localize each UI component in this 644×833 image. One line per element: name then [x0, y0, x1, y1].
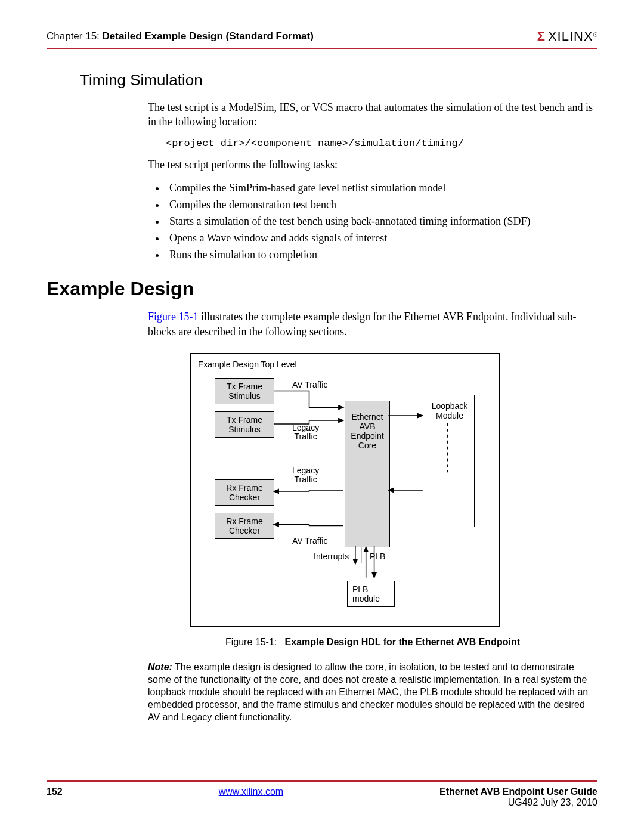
- box-rx-frame-checker-1: Rx Frame Checker: [215, 479, 274, 506]
- diagram-top-label: Example Design Top Level: [198, 360, 297, 369]
- box-rx-frame-checker-2: Rx Frame Checker: [215, 513, 274, 539]
- subheading-timing-simulation: Timing Simulation: [80, 71, 597, 89]
- list-item: Compiles the demonstration test bench: [166, 197, 595, 212]
- chapter-line: Chapter 15: Detailed Example Design (Sta…: [47, 30, 314, 42]
- footer-doc-id: UG492 July 23, 2010: [508, 797, 597, 807]
- box-tx-frame-stimulus-2: Tx Frame Stimulus: [215, 411, 274, 438]
- header-rule: [47, 48, 597, 49]
- registered-icon: ®: [593, 32, 597, 38]
- label-legacy-traffic-1: Legacy Traffic: [292, 423, 319, 442]
- label-plb: PLB: [370, 552, 385, 561]
- figure-15-1: Example Design Top Level Tx Frame Stimul…: [190, 353, 597, 627]
- box-ethernet-avb-core: Ethernet AVB Endpoint Core: [345, 401, 390, 547]
- tasks-intro: The test script performs the following t…: [148, 157, 595, 172]
- box-loopback-module: Loopback Module: [425, 395, 475, 527]
- example-intro-rest: illustrates the complete example design …: [148, 311, 577, 337]
- label-legacy-traffic-2: Legacy Traffic: [292, 466, 319, 485]
- label-av-traffic-bottom: AV Traffic: [292, 537, 327, 546]
- logo-text: XILINX: [548, 29, 593, 44]
- list-item: Compiles the SimPrim-based gate level ne…: [166, 180, 595, 196]
- list-item: Opens a Wave window and adds signals of …: [166, 230, 595, 246]
- note-body: The example design is designed to allow …: [148, 662, 588, 722]
- intro-paragraph: The test script is a ModelSim, IES, or V…: [148, 100, 595, 129]
- footer-rule: [47, 780, 597, 782]
- diagram-container: Example Design Top Level Tx Frame Stimul…: [190, 353, 500, 627]
- list-item: Runs the simulation to completion: [166, 247, 595, 262]
- chapter-title: Detailed Example Design (Standard Format…: [103, 30, 314, 42]
- label-av-traffic-top: AV Traffic: [292, 380, 327, 389]
- footer-guide-title: Ethernet AVB Endpoint User Guide: [439, 786, 597, 797]
- logo-mark-icon: Σ: [537, 29, 544, 44]
- footer-right: Ethernet AVB Endpoint User Guide UG492 J…: [439, 786, 597, 808]
- caption-prefix: Figure 15-1:: [225, 637, 277, 647]
- example-intro: Figure 15-1 illustrates the complete exa…: [148, 309, 595, 339]
- page-header: Chapter 15: Detailed Example Design (Sta…: [47, 29, 597, 44]
- chapter-prefix: Chapter 15:: [47, 30, 100, 42]
- code-path: <project_dir>/<component_name>/simulatio…: [166, 138, 597, 149]
- label-interrupts: Interrupts: [314, 552, 349, 561]
- list-item: Starts a simulation of the test bench us…: [166, 213, 595, 229]
- task-list: Compiles the SimPrim-based gate level ne…: [166, 180, 595, 262]
- box-plb-module: PLB module: [347, 581, 395, 607]
- page-number: 152: [47, 786, 63, 797]
- note-paragraph: Note: The example design is designed to …: [148, 661, 595, 724]
- box-tx-frame-stimulus-1: Tx Frame Stimulus: [215, 378, 274, 404]
- heading-example-design: Example Design: [47, 278, 597, 300]
- footer-url-link[interactable]: www.xilinx.com: [219, 786, 283, 797]
- figure-reference-link[interactable]: Figure 15-1: [148, 311, 199, 323]
- page-footer: 152 www.xilinx.com Ethernet AVB Endpoint…: [47, 780, 597, 808]
- figure-caption: Figure 15-1: Example Design HDL for the …: [148, 637, 597, 648]
- xilinx-logo: Σ XILINX®: [537, 29, 597, 44]
- caption-title: Example Design HDL for the Ethernet AVB …: [285, 637, 520, 647]
- note-label: Note:: [148, 662, 172, 672]
